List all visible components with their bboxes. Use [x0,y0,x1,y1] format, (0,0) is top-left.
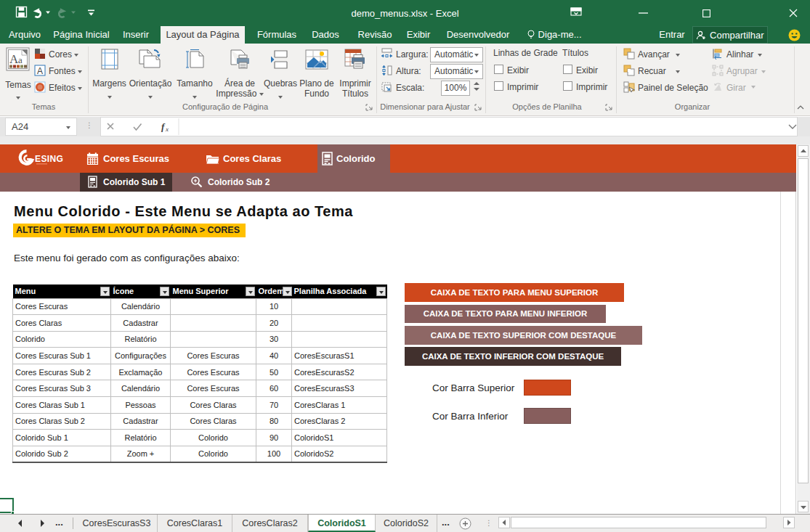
svg-text:x: x [165,126,169,133]
svg-text:a: a [18,54,23,65]
svg-text:ESING: ESING [35,154,63,164]
svg-text:A: A [37,66,43,76]
